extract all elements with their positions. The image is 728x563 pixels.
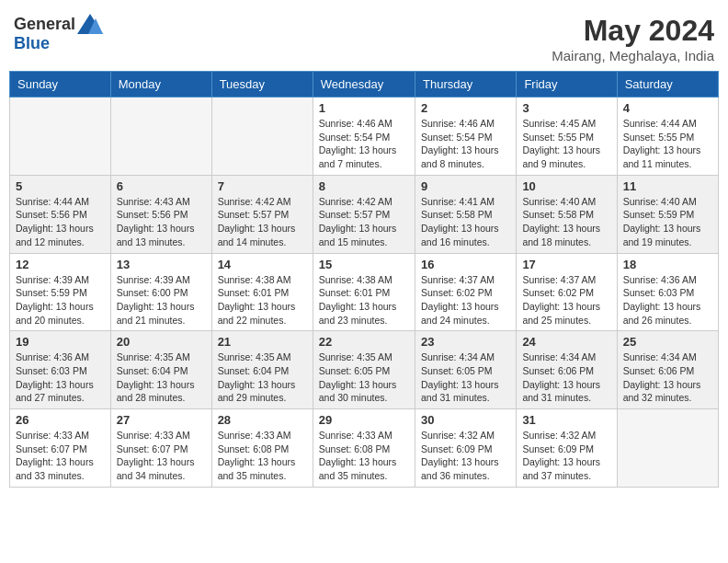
day-info: Sunrise: 4:45 AM Sunset: 5:55 PM Dayligh… <box>522 117 610 171</box>
day-number: 25 <box>623 335 712 349</box>
day-info: Sunrise: 4:39 AM Sunset: 6:00 PM Dayligh… <box>117 273 206 327</box>
day-number: 11 <box>623 179 712 193</box>
calendar-day-cell: 21Sunrise: 4:35 AM Sunset: 6:04 PM Dayli… <box>211 331 313 409</box>
calendar-day-cell <box>10 98 111 176</box>
day-number: 29 <box>319 413 409 427</box>
logo-icon <box>77 14 103 34</box>
calendar-day-cell: 9Sunrise: 4:41 AM Sunset: 5:58 PM Daylig… <box>415 175 516 253</box>
calendar-day-cell: 20Sunrise: 4:35 AM Sunset: 6:04 PM Dayli… <box>110 331 211 409</box>
calendar-day-cell <box>617 409 718 488</box>
calendar-day-cell: 29Sunrise: 4:33 AM Sunset: 6:08 PM Dayli… <box>313 409 415 488</box>
calendar-day-cell: 8Sunrise: 4:42 AM Sunset: 5:57 PM Daylig… <box>313 175 415 253</box>
calendar-day-cell: 27Sunrise: 4:33 AM Sunset: 6:07 PM Dayli… <box>110 409 211 488</box>
calendar-day-cell: 28Sunrise: 4:33 AM Sunset: 6:08 PM Dayli… <box>211 409 313 488</box>
day-number: 23 <box>421 335 510 349</box>
calendar-day-cell: 22Sunrise: 4:35 AM Sunset: 6:05 PM Dayli… <box>313 331 415 409</box>
day-info: Sunrise: 4:40 AM Sunset: 5:59 PM Dayligh… <box>623 195 712 249</box>
logo-blue-text: Blue <box>14 34 50 53</box>
day-info: Sunrise: 4:40 AM Sunset: 5:58 PM Dayligh… <box>522 195 610 249</box>
day-number: 31 <box>522 413 610 427</box>
logo-general-text: General <box>14 15 75 34</box>
day-info: Sunrise: 4:38 AM Sunset: 6:01 PM Dayligh… <box>218 273 307 327</box>
day-info: Sunrise: 4:33 AM Sunset: 6:07 PM Dayligh… <box>16 429 105 483</box>
day-number: 14 <box>218 258 307 271</box>
day-info: Sunrise: 4:35 AM Sunset: 6:04 PM Dayligh… <box>117 350 206 405</box>
logo: General Blue <box>14 14 103 53</box>
calendar-day-cell: 3Sunrise: 4:45 AM Sunset: 5:55 PM Daylig… <box>517 98 617 176</box>
day-number: 7 <box>218 179 307 193</box>
day-number: 15 <box>319 258 409 271</box>
calendar-day-cell: 2Sunrise: 4:46 AM Sunset: 5:54 PM Daylig… <box>415 98 516 176</box>
day-number: 2 <box>421 101 510 115</box>
calendar-day-cell <box>110 98 211 176</box>
day-info: Sunrise: 4:41 AM Sunset: 5:58 PM Dayligh… <box>421 195 510 249</box>
day-number: 24 <box>522 335 610 349</box>
calendar-day-cell: 14Sunrise: 4:38 AM Sunset: 6:01 PM Dayli… <box>211 253 313 331</box>
day-info: Sunrise: 4:33 AM Sunset: 6:08 PM Dayligh… <box>319 429 409 483</box>
day-info: Sunrise: 4:33 AM Sunset: 6:08 PM Dayligh… <box>218 429 307 483</box>
calendar-day-cell: 13Sunrise: 4:39 AM Sunset: 6:00 PM Dayli… <box>110 253 211 331</box>
day-info: Sunrise: 4:34 AM Sunset: 6:06 PM Dayligh… <box>623 350 712 405</box>
day-number: 27 <box>117 413 206 427</box>
day-info: Sunrise: 4:32 AM Sunset: 6:09 PM Dayligh… <box>421 429 510 483</box>
calendar-day-cell: 11Sunrise: 4:40 AM Sunset: 5:59 PM Dayli… <box>617 175 718 253</box>
calendar-day-cell: 23Sunrise: 4:34 AM Sunset: 6:05 PM Dayli… <box>415 331 516 409</box>
calendar-day-cell: 25Sunrise: 4:34 AM Sunset: 6:06 PM Dayli… <box>617 331 718 409</box>
day-info: Sunrise: 4:44 AM Sunset: 5:55 PM Dayligh… <box>623 117 712 171</box>
day-header-monday: Monday <box>110 72 211 98</box>
day-number: 1 <box>319 101 409 115</box>
day-info: Sunrise: 4:42 AM Sunset: 5:57 PM Dayligh… <box>319 195 409 249</box>
calendar-table: SundayMondayTuesdayWednesdayThursdayFrid… <box>9 71 719 488</box>
day-number: 16 <box>421 258 510 271</box>
day-info: Sunrise: 4:36 AM Sunset: 6:03 PM Dayligh… <box>16 350 105 405</box>
calendar-day-cell: 6Sunrise: 4:43 AM Sunset: 5:56 PM Daylig… <box>110 175 211 253</box>
location-subtitle: Mairang, Meghalaya, India <box>552 48 714 63</box>
day-info: Sunrise: 4:35 AM Sunset: 6:04 PM Dayligh… <box>218 350 307 405</box>
day-header-wednesday: Wednesday <box>313 72 415 98</box>
day-info: Sunrise: 4:46 AM Sunset: 5:54 PM Dayligh… <box>319 117 409 171</box>
calendar-day-cell: 19Sunrise: 4:36 AM Sunset: 6:03 PM Dayli… <box>10 331 111 409</box>
day-number: 13 <box>117 258 206 271</box>
calendar-week-row: 12Sunrise: 4:39 AM Sunset: 5:59 PM Dayli… <box>10 253 719 331</box>
day-number: 3 <box>522 101 610 115</box>
day-number: 20 <box>117 335 206 349</box>
calendar-week-row: 19Sunrise: 4:36 AM Sunset: 6:03 PM Dayli… <box>10 331 719 409</box>
day-header-sunday: Sunday <box>10 72 111 98</box>
day-info: Sunrise: 4:34 AM Sunset: 6:05 PM Dayligh… <box>421 350 510 405</box>
calendar-day-cell: 1Sunrise: 4:46 AM Sunset: 5:54 PM Daylig… <box>313 98 415 176</box>
calendar-day-cell: 18Sunrise: 4:36 AM Sunset: 6:03 PM Dayli… <box>617 253 718 331</box>
day-number: 21 <box>218 335 307 349</box>
day-info: Sunrise: 4:36 AM Sunset: 6:03 PM Dayligh… <box>623 273 712 327</box>
day-info: Sunrise: 4:33 AM Sunset: 6:07 PM Dayligh… <box>117 429 206 483</box>
day-header-tuesday: Tuesday <box>211 72 313 98</box>
calendar-day-cell: 4Sunrise: 4:44 AM Sunset: 5:55 PM Daylig… <box>617 98 718 176</box>
day-info: Sunrise: 4:46 AM Sunset: 5:54 PM Dayligh… <box>421 117 510 171</box>
day-number: 4 <box>623 101 712 115</box>
day-number: 22 <box>319 335 409 349</box>
month-year-title: May 2024 <box>552 14 714 48</box>
calendar-day-cell: 31Sunrise: 4:32 AM Sunset: 6:09 PM Dayli… <box>517 409 617 488</box>
day-number: 8 <box>319 179 409 193</box>
calendar-day-cell: 7Sunrise: 4:42 AM Sunset: 5:57 PM Daylig… <box>211 175 313 253</box>
calendar-day-cell: 24Sunrise: 4:34 AM Sunset: 6:06 PM Dayli… <box>517 331 617 409</box>
day-info: Sunrise: 4:38 AM Sunset: 6:01 PM Dayligh… <box>319 273 409 327</box>
calendar-week-row: 5Sunrise: 4:44 AM Sunset: 5:56 PM Daylig… <box>10 175 719 253</box>
day-info: Sunrise: 4:32 AM Sunset: 6:09 PM Dayligh… <box>522 429 610 483</box>
calendar-header-row: SundayMondayTuesdayWednesdayThursdayFrid… <box>10 72 719 98</box>
day-info: Sunrise: 4:39 AM Sunset: 5:59 PM Dayligh… <box>16 273 105 327</box>
title-section: May 2024 Mairang, Meghalaya, India <box>552 14 714 63</box>
day-info: Sunrise: 4:43 AM Sunset: 5:56 PM Dayligh… <box>117 195 206 249</box>
day-header-saturday: Saturday <box>617 72 718 98</box>
calendar-day-cell: 26Sunrise: 4:33 AM Sunset: 6:07 PM Dayli… <box>10 409 111 488</box>
day-header-friday: Friday <box>517 72 617 98</box>
day-info: Sunrise: 4:34 AM Sunset: 6:06 PM Dayligh… <box>522 350 610 405</box>
calendar-day-cell: 16Sunrise: 4:37 AM Sunset: 6:02 PM Dayli… <box>415 253 516 331</box>
day-info: Sunrise: 4:35 AM Sunset: 6:05 PM Dayligh… <box>319 350 409 405</box>
day-info: Sunrise: 4:37 AM Sunset: 6:02 PM Dayligh… <box>421 273 510 327</box>
calendar-day-cell: 17Sunrise: 4:37 AM Sunset: 6:02 PM Dayli… <box>517 253 617 331</box>
day-info: Sunrise: 4:37 AM Sunset: 6:02 PM Dayligh… <box>522 273 610 327</box>
day-info: Sunrise: 4:42 AM Sunset: 5:57 PM Dayligh… <box>218 195 307 249</box>
day-number: 26 <box>16 413 105 427</box>
calendar-day-cell: 10Sunrise: 4:40 AM Sunset: 5:58 PM Dayli… <box>517 175 617 253</box>
calendar-day-cell <box>211 98 313 176</box>
